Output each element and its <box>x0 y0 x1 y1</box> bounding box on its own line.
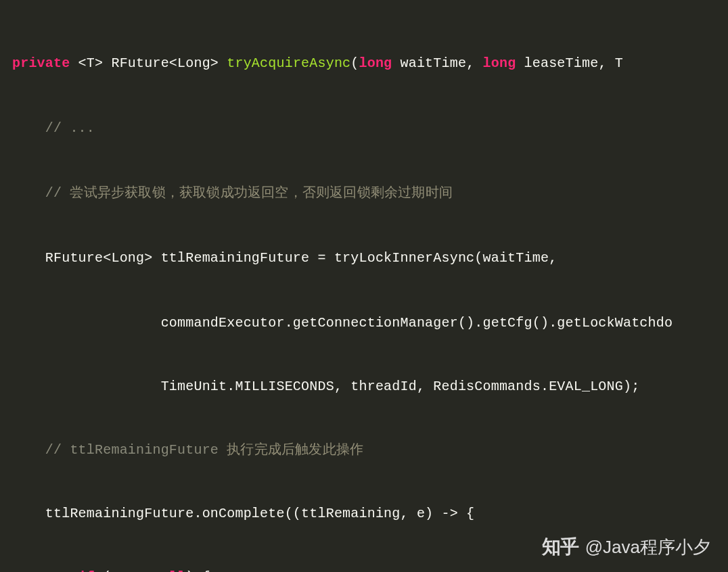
keyword-long: long <box>483 55 516 71</box>
comment: // ttlRemainingFuture 执行完成后触发此操作 <box>45 442 363 458</box>
code-line: if (e != null) { <box>12 561 716 572</box>
code-line: // 尝试异步获取锁，获取锁成功返回空，否则返回锁剩余过期时间 <box>12 177 716 210</box>
keyword-private: private <box>12 55 70 71</box>
code-line: // ... <box>12 112 716 145</box>
code-line: private <T> RFuture<Long> tryAcquireAsyn… <box>12 47 716 80</box>
comment: // ... <box>45 120 95 136</box>
watermark-user: @Java程序小夕 <box>585 535 710 559</box>
code-line: RFuture<Long> ttlRemainingFuture = tryLo… <box>12 242 716 275</box>
keyword-long: long <box>359 55 392 71</box>
zhihu-logo-icon: 知乎 <box>542 534 578 560</box>
function-name: tryAcquireAsync <box>227 55 350 71</box>
code-line: commandExecutor.getConnectionManager().g… <box>12 307 716 338</box>
code-line: TimeUnit.MILLISECONDS, threadId, RedisCo… <box>12 371 716 402</box>
code-editor[interactable]: private <T> RFuture<Long> tryAcquireAsyn… <box>0 0 728 572</box>
watermark: 知乎 @Java程序小夕 <box>542 534 710 560</box>
keyword-if: if <box>78 569 95 572</box>
code-line: // ttlRemainingFuture 执行完成后触发此操作 <box>12 434 716 465</box>
comment: // 尝试异步获取锁，获取锁成功返回空，否则返回锁剩余过期时间 <box>45 185 453 201</box>
keyword-null: null <box>152 569 185 572</box>
code-line: ttlRemainingFuture.onComplete((ttlRemain… <box>12 498 716 529</box>
